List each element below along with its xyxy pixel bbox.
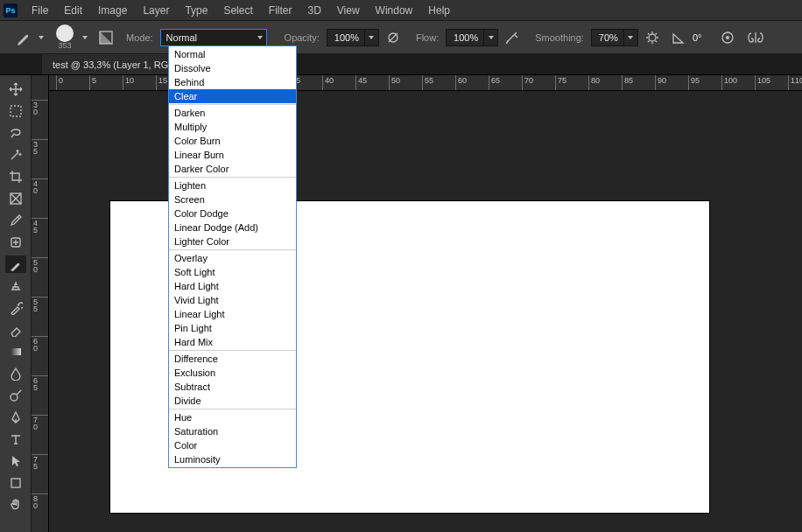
- tool-preset-chevron-icon[interactable]: [39, 36, 44, 39]
- blend-mode-option[interactable]: Linear Burn: [169, 148, 296, 162]
- brush-settings-icon[interactable]: [98, 30, 114, 46]
- blend-mode-option[interactable]: Hard Mix: [169, 335, 296, 349]
- ruler-tick: 110: [788, 75, 789, 90]
- smoothing-input[interactable]: 70%: [591, 29, 638, 46]
- blend-mode-option[interactable]: Hue: [169, 410, 296, 424]
- tool-pen[interactable]: [5, 409, 26, 426]
- menu-type[interactable]: Type: [178, 2, 215, 19]
- tool-blur[interactable]: [5, 365, 26, 382]
- ruler-vertical[interactable]: 3035404550556065707580: [32, 75, 49, 532]
- tool-brush[interactable]: [5, 256, 26, 273]
- menu-view[interactable]: View: [330, 2, 367, 19]
- blend-mode-option[interactable]: Linear Light: [169, 307, 296, 321]
- brush-preset-chevron-icon[interactable]: [82, 36, 88, 39]
- tool-magic-wand[interactable]: [5, 146, 26, 164]
- blend-mode-option[interactable]: Dissolve: [169, 61, 296, 75]
- tool-hand[interactable]: [5, 496, 26, 514]
- tool-move[interactable]: [5, 80, 26, 98]
- blend-mode-option[interactable]: Subtract: [169, 380, 296, 394]
- blend-mode-option[interactable]: Saturation: [169, 424, 296, 438]
- smoothing-label: Smoothing:: [535, 32, 584, 43]
- tool-frame[interactable]: [5, 190, 26, 207]
- blend-mode-option[interactable]: Hard Light: [169, 279, 296, 293]
- blend-mode-option[interactable]: Overlay: [169, 251, 296, 265]
- blend-mode-option[interactable]: Screen: [169, 192, 296, 206]
- symmetry-icon[interactable]: [747, 31, 764, 45]
- menu-file[interactable]: File: [25, 2, 55, 19]
- smoothing-value: 70%: [599, 32, 618, 43]
- opacity-input[interactable]: 100%: [327, 29, 379, 46]
- menu-layer[interactable]: Layer: [136, 2, 176, 19]
- blend-mode-option[interactable]: Multiply: [169, 120, 296, 134]
- ruler-tick: 5: [89, 75, 90, 90]
- blend-mode-option[interactable]: Divide: [169, 394, 296, 408]
- tool-eyedropper[interactable]: [5, 212, 26, 229]
- brush-angle-value[interactable]: 0°: [693, 32, 702, 43]
- ruler-tick: 90: [655, 75, 656, 90]
- blend-mode-option[interactable]: Behind: [169, 75, 296, 89]
- size-pressure-icon[interactable]: [721, 31, 735, 45]
- blend-mode-option[interactable]: Lighten: [169, 178, 296, 192]
- blend-mode-option[interactable]: Linear Dodge (Add): [169, 220, 296, 234]
- mode-dropdown[interactable]: NormalDissolveBehindClearDarkenMultiplyC…: [168, 46, 297, 468]
- flow-input[interactable]: 100%: [446, 29, 498, 46]
- svg-point-4: [649, 34, 656, 41]
- blend-mode-option[interactable]: Darker Color: [169, 162, 296, 176]
- ruler-tick: 40: [322, 75, 323, 90]
- blend-mode-option[interactable]: Luminosity: [169, 452, 296, 466]
- menu-select[interactable]: Select: [216, 2, 259, 19]
- svg-rect-7: [11, 106, 21, 116]
- tool-gradient[interactable]: [5, 343, 26, 360]
- ruler-horizontal[interactable]: 0510152025303540455055606570758085909510…: [49, 75, 802, 91]
- brush-preset-picker[interactable]: 353: [56, 24, 74, 50]
- tool-preset-icon[interactable]: [16, 30, 32, 46]
- ruler-tick: 75: [555, 75, 556, 90]
- blend-mode-option[interactable]: Exclusion: [169, 366, 296, 380]
- tool-path-select[interactable]: [5, 452, 26, 470]
- ruler-tick: 30: [32, 100, 49, 115]
- blend-mode-option[interactable]: Vivid Light: [169, 293, 296, 307]
- ruler-tick: 45: [355, 75, 356, 90]
- blend-mode-option[interactable]: Darken: [169, 106, 296, 120]
- ruler-tick: 100: [721, 75, 722, 90]
- blend-mode-option[interactable]: Difference: [169, 352, 296, 366]
- blend-mode-option[interactable]: Soft Light: [169, 265, 296, 279]
- flow-label: Flow:: [416, 32, 439, 43]
- tool-type[interactable]: [5, 430, 26, 448]
- blend-mode-option[interactable]: Pin Light: [169, 321, 296, 335]
- blend-mode-option[interactable]: Color Burn: [169, 134, 296, 148]
- canvas-viewport[interactable]: [49, 91, 802, 532]
- tool-healing-brush[interactable]: [5, 234, 26, 251]
- ruler-tick: 70: [32, 415, 49, 430]
- blend-mode-option[interactable]: Color: [169, 438, 296, 452]
- ruler-tick: 80: [32, 494, 49, 508]
- menu-3d[interactable]: 3D: [300, 2, 327, 19]
- smoothing-options-icon[interactable]: [645, 31, 659, 45]
- menu-image[interactable]: Image: [91, 2, 134, 19]
- tool-eraser[interactable]: [5, 321, 26, 339]
- tool-lasso[interactable]: [5, 124, 26, 142]
- blend-mode-option[interactable]: Lighter Color: [169, 234, 296, 248]
- ruler-tick: 45: [32, 218, 49, 233]
- tool-crop[interactable]: [5, 168, 26, 186]
- mode-select[interactable]: Normal: [160, 29, 267, 46]
- opacity-pressure-icon[interactable]: [386, 31, 400, 45]
- menu-window[interactable]: Window: [369, 2, 420, 19]
- menu-filter[interactable]: Filter: [262, 2, 299, 19]
- brush-angle-icon[interactable]: [672, 31, 686, 45]
- blend-mode-option[interactable]: Color Dodge: [169, 206, 296, 220]
- tool-shape[interactable]: [5, 474, 26, 492]
- tool-dodge[interactable]: [5, 387, 26, 404]
- airbrush-icon[interactable]: [505, 31, 519, 45]
- tool-clone-stamp[interactable]: [5, 277, 26, 295]
- tool-history-brush[interactable]: [5, 299, 26, 317]
- ruler-tick: 15: [156, 75, 157, 90]
- ruler-tick: 55: [32, 297, 49, 312]
- tool-marquee[interactable]: [5, 102, 26, 120]
- menu-edit[interactable]: Edit: [57, 2, 89, 19]
- blend-mode-option[interactable]: Normal: [169, 47, 296, 61]
- blend-mode-option[interactable]: Clear: [169, 89, 296, 103]
- menu-help[interactable]: Help: [421, 2, 457, 19]
- ruler-tick: 40: [32, 178, 49, 193]
- canvas-area: 0510152025303540455055606570758085909510…: [32, 75, 802, 532]
